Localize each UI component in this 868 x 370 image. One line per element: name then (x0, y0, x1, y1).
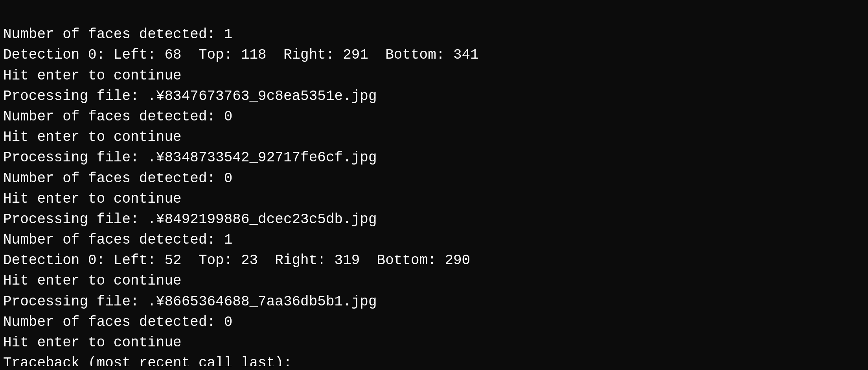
terminal-line-12: Hit enter to continue (3, 271, 868, 291)
terminal-line-11: Detection 0: Left: 52 Top: 23 Right: 319… (3, 250, 868, 271)
terminal-window: Number of faces detected: 1Detection 0: … (3, 4, 868, 366)
terminal-line-16: Traceback (most recent call last): (3, 353, 868, 366)
terminal-line-13: Processing file: .¥8665364688_7aa36db5b1… (3, 292, 868, 312)
terminal-line-7: Number of faces detected: 0 (3, 168, 868, 189)
terminal-line-3: Processing file: .¥8347673763_9c8ea5351e… (3, 86, 868, 107)
terminal-line-8: Hit enter to continue (3, 189, 868, 209)
terminal-line-15: Hit enter to continue (3, 333, 868, 353)
terminal-line-6: Processing file: .¥8348733542_92717fe6cf… (3, 148, 868, 168)
terminal-line-2: Hit enter to continue (3, 66, 868, 86)
terminal-line-9: Processing file: .¥8492199886_dcec23c5db… (3, 209, 868, 230)
terminal-line-14: Number of faces detected: 0 (3, 312, 868, 333)
terminal-line-5: Hit enter to continue (3, 127, 868, 148)
terminal-line-10: Number of faces detected: 1 (3, 230, 868, 250)
terminal-line-1: Detection 0: Left: 68 Top: 118 Right: 29… (3, 45, 868, 65)
terminal-line-0: Number of faces detected: 1 (3, 24, 868, 45)
terminal-line-4: Number of faces detected: 0 (3, 107, 868, 127)
